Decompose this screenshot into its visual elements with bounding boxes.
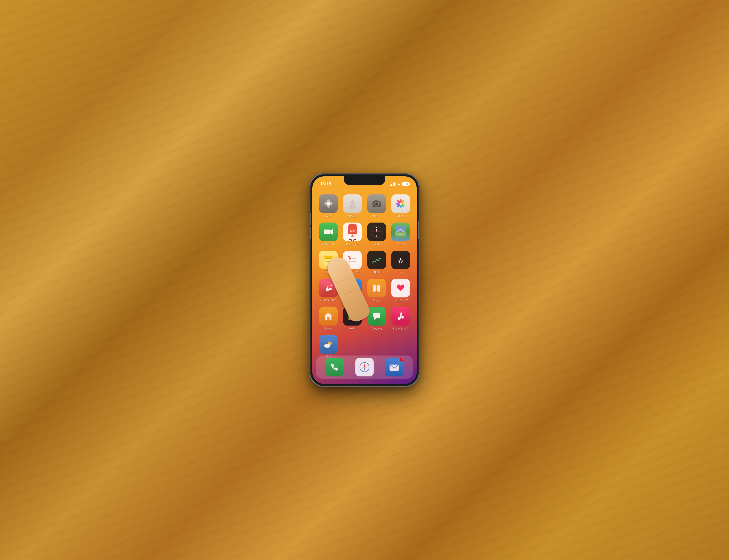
svg-rect-41 <box>352 261 356 262</box>
calendar-month: 11月 <box>350 230 355 232</box>
side-button[interactable] <box>418 221 419 239</box>
app-icon-settings <box>319 194 338 213</box>
app-label-clock: 時計 <box>374 242 379 246</box>
svg-point-42 <box>348 256 350 257</box>
svg-point-5 <box>375 203 378 206</box>
svg-point-75 <box>328 344 330 347</box>
app-icon-tv: TV <box>391 251 410 269</box>
app-label-home: ホーム <box>324 327 332 330</box>
app-label-wallet: Wallet <box>348 327 356 330</box>
svg-rect-35 <box>325 261 330 262</box>
app-icon-photos <box>391 194 410 213</box>
app-label-camera: カメラ <box>372 214 381 218</box>
app-settings[interactable]: 設定 <box>318 194 339 218</box>
app-label-photos: 写真 <box>398 214 403 218</box>
app-label-music: ミュージック <box>392 327 409 330</box>
iphone-device: 16:19 ▲ <box>310 174 419 386</box>
app-calendar[interactable]: 11月 木 26 カレンダー <box>342 223 363 246</box>
svg-rect-18 <box>324 230 330 234</box>
app-home[interactable]: ホーム <box>318 307 339 330</box>
app-icon-weather <box>319 335 338 354</box>
app-label-facetime: FaceTime <box>322 242 335 245</box>
app-maps[interactable]: マップ <box>390 223 412 246</box>
app-icon-health <box>391 279 410 297</box>
app-icon-messages <box>367 307 386 326</box>
svg-point-7 <box>379 202 380 203</box>
svg-point-28 <box>376 231 377 232</box>
svg-rect-34 <box>325 260 330 260</box>
svg-rect-46 <box>323 282 334 294</box>
app-icon-music <box>391 307 410 326</box>
app-clock[interactable]: 時計 <box>366 223 387 246</box>
dock-phone[interactable] <box>326 358 344 376</box>
signal-bar-2 <box>391 184 392 186</box>
svg-rect-58 <box>327 317 330 320</box>
app-label-health: ヘルスケア <box>394 298 408 302</box>
battery-icon <box>402 182 409 186</box>
svg-point-74 <box>324 344 327 347</box>
app-weather[interactable]: 天気 <box>318 335 339 359</box>
app-music[interactable]: ミュージック <box>390 307 412 330</box>
app-contacts[interactable]: 連絡先 <box>342 194 363 218</box>
app-label-stocks: 株価 <box>374 270 379 274</box>
battery-fill <box>403 183 407 185</box>
app-books[interactable]: ブック <box>366 279 387 302</box>
volume-down-button[interactable] <box>310 227 311 239</box>
svg-rect-33 <box>325 258 331 259</box>
svg-text:TV: TV <box>398 260 403 264</box>
svg-rect-69 <box>401 313 402 317</box>
signal-bar-1 <box>390 185 391 186</box>
status-time: 16:19 <box>320 182 331 187</box>
app-label-messages: メッセージ <box>369 327 384 330</box>
dock-safari[interactable] <box>355 358 374 376</box>
dock-icon-mail: 1 <box>385 358 403 376</box>
app-facetime[interactable]: FaceTime <box>318 223 339 246</box>
app-icon-calendar: 11月 木 26 <box>343 223 362 241</box>
app-icon-clock <box>367 223 386 241</box>
svg-point-48 <box>329 288 332 290</box>
app-label-contacts: 連絡先 <box>348 214 357 218</box>
app-icon-camera <box>367 194 386 213</box>
hands-scene: 16:19 ▲ <box>184 48 545 512</box>
app-icon-home <box>319 307 338 326</box>
svg-point-1 <box>350 200 354 204</box>
svg-point-66 <box>398 317 401 320</box>
svg-rect-50 <box>327 286 328 290</box>
svg-point-17 <box>400 203 402 205</box>
app-camera[interactable]: カメラ <box>366 194 387 218</box>
dock-icon-phone <box>326 358 344 376</box>
app-label-calendar: カレンダー <box>345 242 360 246</box>
app-label-tv: TV <box>399 270 402 273</box>
svg-rect-31 <box>395 236 406 238</box>
dock-mail[interactable]: 1 <box>385 358 403 376</box>
svg-marker-19 <box>330 229 333 235</box>
app-label-itunes: iTunes Store <box>320 298 336 302</box>
app-label-books: ブック <box>372 298 381 302</box>
svg-point-38 <box>349 257 351 259</box>
app-health[interactable]: ヘルスケア <box>390 279 412 302</box>
mail-badge: 1 <box>400 358 403 361</box>
app-icon-stocks <box>367 251 386 269</box>
volume-up-button[interactable] <box>310 213 311 225</box>
signal-bar-4 <box>394 182 395 186</box>
dock: 1 <box>316 356 413 379</box>
app-tv[interactable]: TV TV <box>390 251 412 274</box>
app-icon-books <box>367 279 386 297</box>
svg-point-40 <box>349 261 351 263</box>
iphone-screen: 16:19 ▲ <box>312 176 417 384</box>
app-icon-maps <box>391 223 410 241</box>
dock-icon-safari <box>355 358 374 376</box>
app-label-settings: 設定 <box>326 214 331 218</box>
svg-rect-49 <box>329 285 329 290</box>
svg-line-70 <box>400 313 402 313</box>
svg-rect-39 <box>352 258 356 259</box>
svg-rect-6 <box>375 200 377 202</box>
app-photos[interactable]: 写真 <box>390 194 412 218</box>
app-stocks[interactable]: 株価 <box>366 251 387 274</box>
svg-rect-36 <box>324 256 332 258</box>
signal-bars <box>390 182 395 186</box>
app-icon-contacts <box>343 194 362 213</box>
status-icons: ▲ <box>390 182 409 186</box>
calendar-day: 26 <box>348 238 357 241</box>
svg-point-2 <box>349 204 356 209</box>
